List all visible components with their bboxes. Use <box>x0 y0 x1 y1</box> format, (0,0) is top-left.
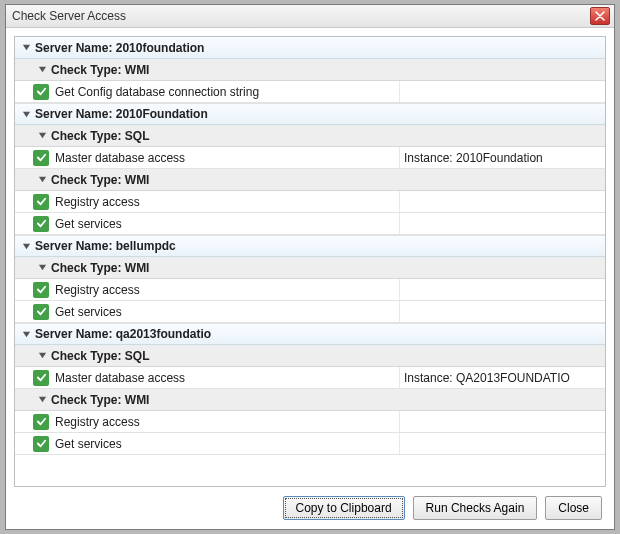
check-icon <box>33 436 49 452</box>
dialog-footer: Copy to Clipboard Run Checks Again Close <box>14 487 606 529</box>
check-label: Registry access <box>55 195 140 209</box>
chevron-down-icon <box>37 351 47 361</box>
server-name-label: Server Name: 2010Foundation <box>35 107 208 121</box>
chevron-down-icon <box>21 109 31 119</box>
check-type-label: Check Type: SQL <box>51 349 149 363</box>
check-detail: Instance: QA2013FOUNDATIO <box>399 367 605 388</box>
dialog-window: Check Server Access Server Name: 2010fou… <box>5 4 615 530</box>
check-type-header[interactable]: Check Type: WMI <box>15 169 605 191</box>
check-detail <box>399 213 605 234</box>
copy-to-clipboard-button[interactable]: Copy to Clipboard <box>283 496 405 520</box>
check-icon <box>33 84 49 100</box>
check-label: Master database access <box>55 371 185 385</box>
dialog-body: Server Name: 2010foundationCheck Type: W… <box>6 28 614 529</box>
close-icon <box>595 11 605 21</box>
check-row[interactable]: Get services <box>15 213 605 235</box>
check-row[interactable]: Get services <box>15 301 605 323</box>
check-type-header[interactable]: Check Type: WMI <box>15 59 605 81</box>
check-label: Registry access <box>55 283 140 297</box>
check-detail <box>399 81 605 102</box>
chevron-down-icon <box>37 263 47 273</box>
close-button[interactable]: Close <box>545 496 602 520</box>
check-detail <box>399 301 605 322</box>
window-close-button[interactable] <box>590 7 610 25</box>
dialog-title: Check Server Access <box>12 9 590 23</box>
check-type-header[interactable]: Check Type: SQL <box>15 345 605 367</box>
check-row[interactable]: Master database accessInstance: QA2013FO… <box>15 367 605 389</box>
check-detail <box>399 279 605 300</box>
check-label: Get Config database connection string <box>55 85 259 99</box>
server-group-header[interactable]: Server Name: qa2013foundatio <box>15 323 605 345</box>
check-row[interactable]: Registry access <box>15 191 605 213</box>
chevron-down-icon <box>21 329 31 339</box>
check-label: Get services <box>55 305 122 319</box>
check-icon <box>33 194 49 210</box>
titlebar: Check Server Access <box>6 5 614 28</box>
check-icon <box>33 216 49 232</box>
check-icon <box>33 304 49 320</box>
chevron-down-icon <box>37 131 47 141</box>
check-icon <box>33 414 49 430</box>
check-label: Get services <box>55 217 122 231</box>
check-type-label: Check Type: WMI <box>51 173 149 187</box>
check-row[interactable]: Registry access <box>15 279 605 301</box>
check-label: Get services <box>55 437 122 451</box>
results-tree[interactable]: Server Name: 2010foundationCheck Type: W… <box>14 36 606 487</box>
run-checks-again-button[interactable]: Run Checks Again <box>413 496 538 520</box>
server-group-header[interactable]: Server Name: bellumpdc <box>15 235 605 257</box>
check-detail <box>399 191 605 212</box>
check-type-label: Check Type: WMI <box>51 63 149 77</box>
check-row[interactable]: Registry access <box>15 411 605 433</box>
check-type-label: Check Type: WMI <box>51 261 149 275</box>
check-type-label: Check Type: SQL <box>51 129 149 143</box>
check-label: Master database access <box>55 151 185 165</box>
check-row[interactable]: Get Config database connection string <box>15 81 605 103</box>
chevron-down-icon <box>21 241 31 251</box>
check-type-header[interactable]: Check Type: WMI <box>15 257 605 279</box>
check-type-header[interactable]: Check Type: SQL <box>15 125 605 147</box>
check-detail <box>399 433 605 454</box>
check-icon <box>33 282 49 298</box>
check-detail: Instance: 2010Foundation <box>399 147 605 168</box>
check-detail <box>399 411 605 432</box>
check-type-header[interactable]: Check Type: WMI <box>15 389 605 411</box>
check-type-label: Check Type: WMI <box>51 393 149 407</box>
server-name-label: Server Name: qa2013foundatio <box>35 327 211 341</box>
chevron-down-icon <box>37 395 47 405</box>
server-group-header[interactable]: Server Name: 2010foundation <box>15 37 605 59</box>
chevron-down-icon <box>21 43 31 53</box>
server-name-label: Server Name: bellumpdc <box>35 239 176 253</box>
check-icon <box>33 370 49 386</box>
check-label: Registry access <box>55 415 140 429</box>
chevron-down-icon <box>37 65 47 75</box>
server-name-label: Server Name: 2010foundation <box>35 41 204 55</box>
chevron-down-icon <box>37 175 47 185</box>
server-group-header[interactable]: Server Name: 2010Foundation <box>15 103 605 125</box>
check-row[interactable]: Get services <box>15 433 605 455</box>
check-row[interactable]: Master database accessInstance: 2010Foun… <box>15 147 605 169</box>
check-icon <box>33 150 49 166</box>
